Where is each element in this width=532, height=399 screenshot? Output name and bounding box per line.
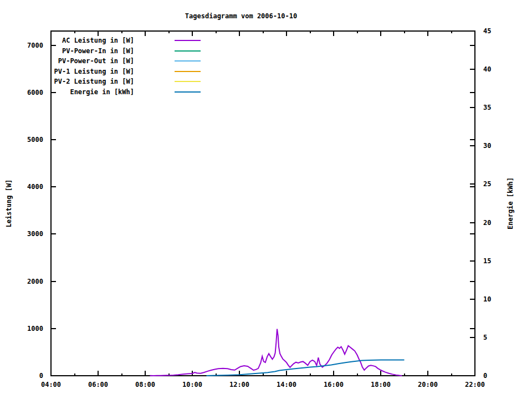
chart-canvas: Tagesdiagramm vom 2006-10-10 Leistung [W… (0, 0, 532, 399)
y-left-tick-label: 5000 (27, 136, 43, 144)
legend-item-label: PV-2 Leistung in [W] (45, 78, 134, 85)
legend-item: AC Leistung in [W] (45, 35, 201, 46)
y-right-tick-label: 0 (483, 372, 487, 380)
x-tick-label: 14:00 (277, 381, 296, 388)
legend-item-label: Energie in [kWh] (45, 88, 134, 96)
x-tick-label: 12:00 (229, 381, 249, 388)
y-right-tick-label: 20 (483, 219, 491, 227)
x-tick-label: 08:00 (135, 381, 155, 388)
y-left-tick-label: 4000 (27, 183, 43, 191)
legend-item-label: PV-Power-In in [W] (45, 47, 134, 55)
x-tick-label: 22:00 (465, 381, 485, 388)
legend-line-sample (175, 81, 201, 82)
legend-item: Energie in [kWh] (45, 87, 201, 98)
y-right-tick-label: 10 (483, 295, 491, 303)
legend-item: PV-2 Leistung in [W] (45, 76, 201, 87)
y-right-tick-label: 5 (483, 334, 487, 341)
y-left-tick-label: 6000 (27, 89, 43, 96)
legend-item-label: PV-Power-Out in [W] (45, 57, 134, 65)
legend-line-sample (175, 60, 201, 62)
legend-item: PV-Power-Out in [W] (45, 56, 201, 66)
x-tick-label: 06:00 (88, 381, 108, 388)
y-right-tick-label: 25 (483, 180, 491, 188)
legend-item-label: AC Leistung in [W] (45, 37, 134, 44)
legend-line-sample (175, 40, 201, 41)
y-left-tick-label: 7000 (27, 42, 43, 49)
legend-line-sample (175, 71, 201, 72)
x-tick-label: 16:00 (324, 381, 344, 388)
x-tick-label: 10:00 (182, 381, 202, 388)
y-right-tick-label: 35 (483, 104, 491, 111)
series-line-energie-in-kwh (207, 360, 405, 376)
y-right-tick-label: 15 (483, 257, 491, 265)
y-left-tick-label: 2000 (27, 278, 43, 285)
legend-line-sample (175, 50, 201, 52)
series-line-ac-leistung-in-w (150, 329, 402, 376)
legend-item-label: PV-1 Leistung in [W] (45, 68, 134, 75)
y-left-tick-label: 1000 (27, 325, 43, 332)
y-right-tick-label: 40 (483, 65, 491, 73)
x-tick-label: 20:00 (418, 381, 438, 388)
legend-item: PV-1 Leistung in [W] (45, 66, 201, 77)
legend-line-sample (175, 91, 201, 93)
x-tick-label: 18:00 (371, 381, 391, 388)
y-right-tick-label: 30 (483, 142, 491, 150)
legend: AC Leistung in [W] PV-Power-In in [W] PV… (45, 35, 201, 97)
y-left-tick-label: 0 (39, 372, 43, 380)
y-right-tick-label: 45 (483, 27, 491, 35)
legend-item: PV-Power-In in [W] (45, 46, 201, 57)
y-left-tick-label: 3000 (27, 230, 43, 238)
x-tick-label: 04:00 (41, 381, 61, 388)
